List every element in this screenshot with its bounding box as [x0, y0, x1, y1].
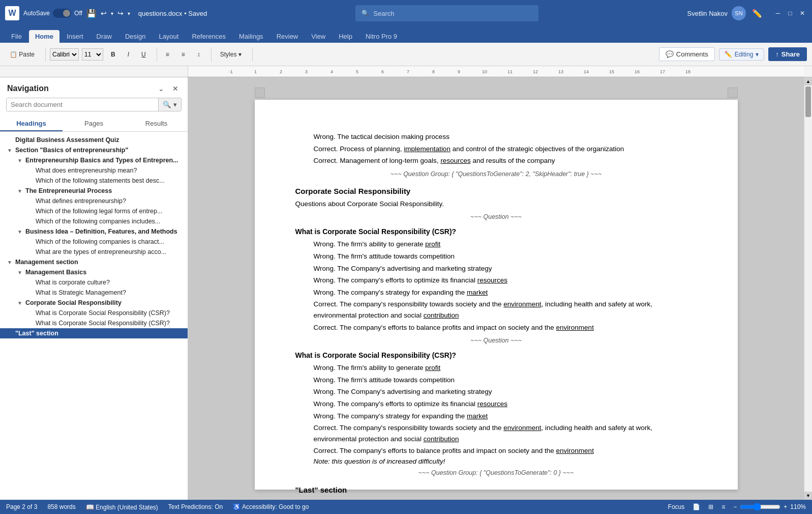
line-spacing-btn[interactable]: ↕ [193, 47, 205, 62]
tree-item-which-following[interactable]: Which of the following statements best d… [0, 176, 188, 186]
tree-toggle-csr-section[interactable]: ▼ [17, 300, 25, 306]
underline-btn[interactable]: U [137, 47, 151, 62]
tree-item-what-does[interactable]: What does entrepreneurship mean? [0, 165, 188, 176]
tree-item-management-section[interactable]: ▼Management section [0, 257, 188, 267]
tree-toggle-basics-section[interactable]: ▼ [7, 148, 15, 153]
nav-collapse-btn[interactable]: ⌄ [156, 83, 166, 94]
tree-toggle-business-idea[interactable]: ▼ [17, 229, 25, 235]
tree-item-entrepreneurship-basics[interactable]: ▼Entrepreneurship Basics and Types of En… [0, 155, 188, 165]
editing-button[interactable]: ✏️ Editing ▾ [719, 48, 765, 61]
tree-item-which-legal[interactable]: Which of the following legal forms of en… [0, 206, 188, 216]
maximize-button[interactable]: □ [786, 9, 795, 18]
scroll-up-btn[interactable]: ▲ [804, 77, 812, 85]
font-family-select[interactable]: Calibri [50, 48, 79, 61]
font-size-select[interactable]: 11 [82, 48, 103, 61]
align-left-btn[interactable]: ≡ [161, 47, 174, 62]
share-button[interactable]: ↑ Share [768, 47, 807, 61]
tree-toggle-entrepreneurship-basics[interactable]: ▼ [17, 158, 25, 163]
search-input[interactable] [7, 98, 158, 111]
tab-headings[interactable]: Headings [0, 117, 63, 131]
tree-toggle-entrepreneurial-process[interactable]: ▼ [17, 188, 25, 194]
save-icon[interactable]: 💾 [86, 9, 97, 18]
tree-item-what-csr2[interactable]: What is Corporate Social Responsibility … [0, 318, 188, 328]
undo-btn[interactable]: ↩ [101, 9, 107, 17]
bold-btn[interactable]: B [106, 47, 120, 62]
view-icon-3[interactable]: ≡ [721, 503, 725, 510]
tree-item-last-section[interactable]: "Last" section [0, 328, 188, 338]
italic-btn[interactable]: I [123, 47, 134, 62]
tree-toggle-management-basics[interactable]: ▼ [17, 270, 25, 275]
tab-insert[interactable]: Insert [61, 30, 89, 43]
zoom-in-btn[interactable]: + [784, 503, 787, 510]
nav-tabs: Headings Pages Results [0, 117, 188, 132]
doc-line-15: ~~~ Question ~~~ [295, 337, 697, 344]
tab-home[interactable]: Home [29, 30, 59, 43]
autosave-toggle[interactable] [53, 9, 71, 18]
scroll-track[interactable] [804, 85, 812, 492]
tree-item-which-companies[interactable]: Which of the following companies include… [0, 216, 188, 226]
book-icon: 📖 [86, 503, 94, 511]
redo-btn[interactable]: ↪ [117, 9, 124, 17]
zoom-slider[interactable] [740, 503, 780, 511]
ribbon-group-clipboard: 📋 Paste [5, 47, 46, 62]
tree-item-what-types[interactable]: What are the types of entrepreneurship a… [0, 247, 188, 257]
tab-review[interactable]: Review [270, 30, 305, 43]
view-icon-1[interactable]: 📄 [693, 503, 700, 510]
tab-file[interactable]: File [5, 30, 28, 43]
tab-layout[interactable]: Layout [153, 30, 185, 43]
align-center-btn[interactable]: ≡ [177, 47, 190, 62]
tree-item-what-defines[interactable]: What defines entrepreneurship? [0, 196, 188, 206]
doc-line-14: Correct. The company's efforts to balanc… [314, 322, 697, 333]
paste-btn[interactable]: 📋 Paste [5, 47, 39, 62]
quick-access-more[interactable]: ▾ [128, 11, 130, 16]
focus-btn[interactable]: Focus [668, 503, 685, 510]
doc-line-26: "Last" section [295, 486, 697, 494]
search-box[interactable]: 🔍 Search [355, 5, 538, 21]
tree-item-what-strategic[interactable]: What is Strategic Management? [0, 288, 188, 298]
tab-view[interactable]: View [305, 30, 332, 43]
tree-item-entrepreneurial-process[interactable]: ▼The Entrepreneurial Process [0, 186, 188, 196]
tab-nitro[interactable]: Nitro Pro 9 [359, 30, 403, 43]
scroll-thumb[interactable] [805, 87, 811, 117]
tree-item-basics-section[interactable]: ▼Section "Basics of entrepreneurship" [0, 145, 188, 155]
tab-help[interactable]: Help [333, 30, 358, 43]
tab-pages[interactable]: Pages [63, 117, 125, 131]
tree-item-what-csr1[interactable]: What is Corporate Social Responsibility … [0, 308, 188, 318]
tab-results[interactable]: Results [125, 117, 188, 131]
close-button[interactable]: ✕ [798, 9, 807, 18]
tab-references[interactable]: References [186, 30, 231, 43]
tree-toggle-management-section[interactable]: ▼ [7, 260, 15, 265]
edit-icon: ✏️ [725, 51, 732, 58]
nav-close-btn[interactable]: ✕ [170, 83, 181, 94]
tree-item-csr-section[interactable]: ▼Corporate Social Responsibility [0, 298, 188, 308]
scrollbar-right[interactable]: ▲ ▼ [804, 77, 812, 500]
titlebar: W AutoSave Off 💾 ↩ ▾ ↪ ▾ questions.docx … [0, 0, 812, 26]
magic-pen-icon[interactable]: ✏️ [752, 9, 762, 18]
view-icon-2[interactable]: ⊞ [708, 503, 713, 510]
svg-text:1: 1 [254, 69, 257, 74]
doc-line-13: Correct. The company's responsibility to… [314, 299, 697, 321]
tree-item-management-basics[interactable]: ▼Management Basics [0, 267, 188, 277]
tab-design[interactable]: Design [119, 30, 152, 43]
margin-left-indicator[interactable] [255, 88, 265, 98]
language-indicator: 📖 English (United States) [86, 503, 158, 511]
minimize-button[interactable]: ─ [773, 9, 783, 18]
tree-item-business-idea[interactable]: ▼Business Idea – Definition, Features, a… [0, 226, 188, 237]
scroll-down-btn[interactable]: ▼ [804, 492, 812, 500]
svg-text:13: 13 [558, 69, 563, 74]
doc-area[interactable]: Wrong. The tactical decision making proc… [188, 77, 804, 500]
tree-item-which-charact[interactable]: Which of the following companies is char… [0, 237, 188, 247]
styles-btn[interactable]: Styles ▾ [216, 47, 246, 62]
margin-right-indicator[interactable] [728, 88, 738, 98]
comments-button[interactable]: 💬 Comments [659, 47, 715, 61]
share-icon: ↑ [775, 50, 779, 58]
underlined-word: environment [556, 447, 594, 454]
tree-item-digital-quiz[interactable]: Digital Business Assessment Quiz [0, 135, 188, 145]
undo-dropdown[interactable]: ▾ [111, 11, 113, 16]
svg-text:14: 14 [584, 69, 589, 74]
zoom-out-btn[interactable]: − [733, 503, 737, 510]
search-button[interactable]: 🔍 ▾ [158, 98, 181, 111]
tab-draw[interactable]: Draw [91, 30, 118, 43]
tree-item-what-corporate-culture[interactable]: What is corporate culture? [0, 277, 188, 288]
tab-mailings[interactable]: Mailings [233, 30, 269, 43]
